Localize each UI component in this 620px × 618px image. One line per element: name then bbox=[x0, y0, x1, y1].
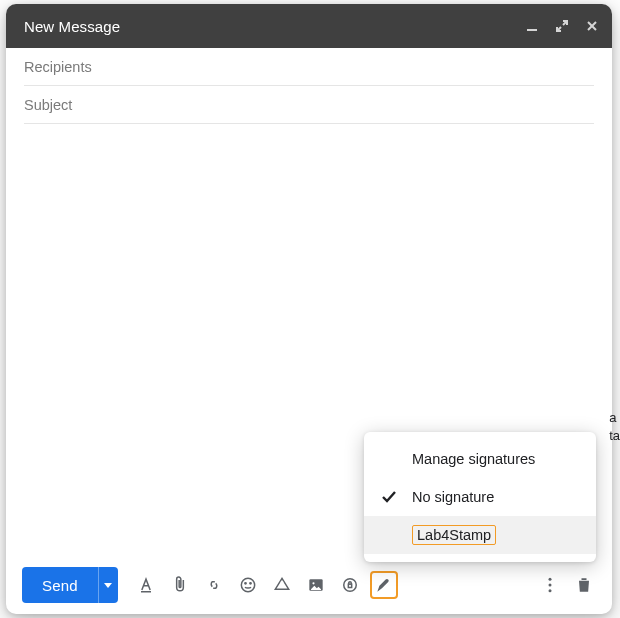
footer-right-actions bbox=[538, 573, 596, 597]
titlebar: New Message bbox=[6, 4, 612, 48]
more-options-icon[interactable] bbox=[538, 573, 562, 597]
recipients-input[interactable] bbox=[24, 59, 594, 75]
formatting-icon[interactable] bbox=[132, 571, 160, 599]
stray-text: a ta bbox=[609, 409, 620, 445]
svg-point-8 bbox=[245, 583, 246, 584]
no-signature-label: No signature bbox=[412, 489, 494, 505]
svg-point-18 bbox=[549, 589, 552, 592]
signature-menu: Manage signatures No signature Lab4Stamp bbox=[364, 432, 596, 562]
subject-input[interactable] bbox=[24, 97, 594, 113]
footer-toolbar: Send bbox=[6, 556, 612, 614]
link-icon[interactable] bbox=[200, 571, 228, 599]
drive-icon[interactable] bbox=[268, 571, 296, 599]
svg-point-9 bbox=[250, 583, 251, 584]
expand-icon[interactable] bbox=[554, 18, 570, 34]
recipients-row bbox=[24, 48, 594, 86]
no-signature-item[interactable]: No signature bbox=[364, 478, 596, 516]
svg-rect-15 bbox=[348, 584, 351, 587]
discard-draft-icon[interactable] bbox=[572, 573, 596, 597]
svg-point-13 bbox=[312, 582, 314, 584]
window-title: New Message bbox=[24, 18, 524, 35]
svg-marker-11 bbox=[280, 582, 283, 585]
svg-point-7 bbox=[241, 578, 254, 591]
send-button[interactable]: Send bbox=[22, 567, 98, 603]
window-controls bbox=[524, 18, 600, 34]
send-options-dropdown[interactable] bbox=[98, 567, 118, 603]
check-icon bbox=[380, 488, 398, 506]
emoji-icon[interactable] bbox=[234, 571, 262, 599]
confidential-mode-icon[interactable] bbox=[336, 571, 364, 599]
format-toolbar bbox=[132, 571, 398, 599]
signature-option-lab4stamp[interactable]: Lab4Stamp bbox=[364, 516, 596, 554]
insert-photo-icon[interactable] bbox=[302, 571, 330, 599]
svg-point-16 bbox=[549, 578, 552, 581]
subject-row bbox=[24, 86, 594, 124]
signature-option-label: Lab4Stamp bbox=[412, 525, 496, 545]
minimize-icon[interactable] bbox=[524, 18, 540, 34]
svg-marker-5 bbox=[104, 583, 112, 588]
svg-point-14 bbox=[344, 579, 357, 592]
close-icon[interactable] bbox=[584, 18, 600, 34]
manage-signatures-label: Manage signatures bbox=[412, 451, 535, 467]
compose-window: New Message Send bbox=[6, 4, 612, 614]
svg-point-17 bbox=[549, 584, 552, 587]
insert-signature-icon[interactable] bbox=[370, 571, 398, 599]
header-fields bbox=[6, 48, 612, 124]
send-group: Send bbox=[22, 567, 118, 603]
attach-icon[interactable] bbox=[166, 571, 194, 599]
manage-signatures-item[interactable]: Manage signatures bbox=[364, 440, 596, 478]
